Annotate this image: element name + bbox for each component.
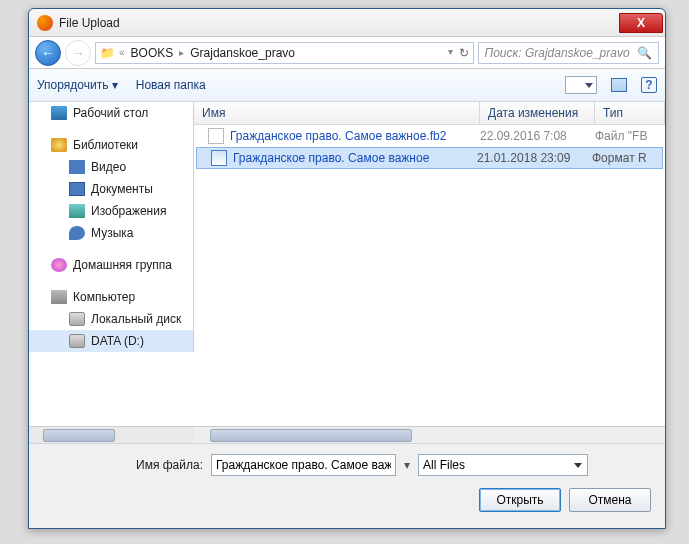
window-title: File Upload: [59, 16, 120, 30]
view-mode-button[interactable]: [565, 76, 597, 94]
cancel-button[interactable]: Отмена: [569, 488, 651, 512]
file-name: Гражданское право. Самое важное: [233, 151, 429, 165]
tree-desktop[interactable]: Рабочий стол: [29, 102, 193, 124]
tree-images[interactable]: Изображения: [29, 200, 193, 222]
file-icon: [208, 128, 224, 144]
file-upload-dialog: File Upload X ← → 📁 « BOOKS ▸ Grajdansko…: [28, 8, 666, 529]
word-file-icon: [211, 150, 227, 166]
new-folder-button[interactable]: Новая папка: [136, 78, 206, 92]
refresh-icon[interactable]: ↻: [459, 46, 469, 60]
hdd-icon: [69, 334, 85, 348]
file-date: 21.01.2018 23:09: [477, 151, 592, 165]
crumb-current[interactable]: Grajdanskoe_pravo: [188, 46, 297, 60]
col-type[interactable]: Тип: [595, 102, 665, 124]
organize-button[interactable]: Упорядочить ▾: [37, 78, 118, 92]
crumb-sep-icon: «: [119, 47, 125, 58]
firefox-icon: [37, 15, 53, 31]
filename-dropdown-icon[interactable]: ▾: [404, 458, 410, 472]
tree-scrollbar[interactable]: [29, 426, 194, 443]
chevron-down-icon[interactable]: ▾: [448, 46, 453, 60]
search-icon: 🔍: [637, 46, 652, 60]
desktop-icon: [51, 106, 67, 120]
file-name: Гражданское право. Самое важное.fb2: [230, 129, 446, 143]
open-button[interactable]: Открыть: [479, 488, 561, 512]
search-placeholder: Поиск: Grajdanskoe_pravo: [485, 46, 630, 60]
file-list: Имя Дата изменения Тип Гражданское право…: [194, 102, 665, 443]
file-type: Файл "FB: [595, 129, 665, 143]
nav-tree[interactable]: Рабочий стол Библиотеки Видео Документы …: [29, 102, 194, 352]
close-button[interactable]: X: [619, 13, 663, 33]
col-name[interactable]: Имя: [194, 102, 480, 124]
crumb-books[interactable]: BOOKS: [129, 46, 176, 60]
filter-select[interactable]: All Files: [418, 454, 588, 476]
documents-icon: [69, 182, 85, 196]
images-icon: [69, 204, 85, 218]
search-input[interactable]: Поиск: Grajdanskoe_pravo 🔍: [478, 42, 660, 64]
column-headers[interactable]: Имя Дата изменения Тип: [194, 102, 665, 125]
footer: Имя файла: ▾ All Files Открыть Отмена: [29, 443, 665, 527]
preview-pane-button[interactable]: [611, 78, 627, 92]
titlebar[interactable]: File Upload X: [29, 9, 665, 37]
filename-input[interactable]: [211, 454, 396, 476]
nav-bar: ← → 📁 « BOOKS ▸ Grajdanskoe_pravo ▾↻ Пои…: [29, 37, 665, 69]
forward-button: →: [65, 40, 91, 66]
col-date[interactable]: Дата изменения: [480, 102, 595, 124]
music-icon: [69, 226, 85, 240]
file-row-selected[interactable]: Гражданское право. Самое важное 21.01.20…: [196, 147, 663, 169]
video-icon: [69, 160, 85, 174]
toolbar: Упорядочить ▾ Новая папка ?: [29, 69, 665, 102]
filename-label: Имя файла:: [43, 458, 203, 472]
tree-homegroup[interactable]: Домашняя группа: [29, 254, 193, 276]
body: Рабочий стол Библиотеки Видео Документы …: [29, 102, 665, 443]
tree-music[interactable]: Музыка: [29, 222, 193, 244]
back-button[interactable]: ←: [35, 40, 61, 66]
list-scrollbar[interactable]: [194, 426, 665, 443]
tree-documents[interactable]: Документы: [29, 178, 193, 200]
tree-libraries[interactable]: Библиотеки: [29, 134, 193, 156]
file-row[interactable]: Гражданское право. Самое важное.fb2 22.0…: [194, 125, 665, 147]
tree-video[interactable]: Видео: [29, 156, 193, 178]
tree-data-d[interactable]: DATA (D:): [29, 330, 193, 352]
folder-icon: 📁: [100, 46, 115, 60]
computer-icon: [51, 290, 67, 304]
tree-localdisk[interactable]: Локальный диск: [29, 308, 193, 330]
chevron-right-icon: ▸: [179, 47, 184, 58]
help-button[interactable]: ?: [641, 77, 657, 93]
file-date: 22.09.2016 7:08: [480, 129, 595, 143]
tree-computer[interactable]: Компьютер: [29, 286, 193, 308]
libraries-icon: [51, 138, 67, 152]
homegroup-icon: [51, 258, 67, 272]
breadcrumb[interactable]: 📁 « BOOKS ▸ Grajdanskoe_pravo ▾↻: [95, 42, 474, 64]
file-type: Формат R: [592, 151, 662, 165]
hdd-icon: [69, 312, 85, 326]
